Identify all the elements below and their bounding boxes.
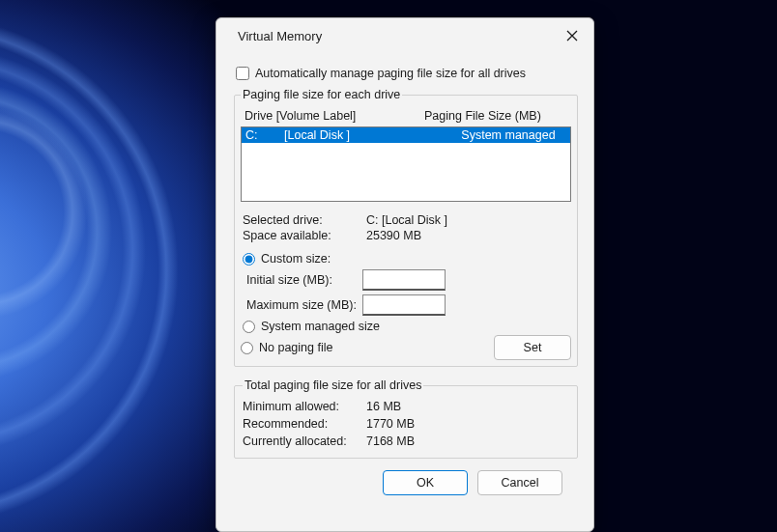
totals-fieldset: Total paging file size for all drives Mi…	[234, 378, 578, 459]
virtual-memory-dialog: Virtual Memory Automatically manage pagi…	[216, 17, 594, 532]
drive-letter: C:	[245, 128, 284, 142]
drive-row[interactable]: C: [Local Disk ] System managed	[242, 127, 570, 143]
selected-drive-info: Selected drive: C: [Local Disk ] Space a…	[243, 213, 569, 242]
dialog-content: Automatically manage paging file size fo…	[216, 53, 593, 531]
minimum-allowed-value: 16 MB	[366, 400, 569, 413]
auto-manage-checkbox-row[interactable]: Automatically manage paging file size fo…	[236, 67, 578, 80]
set-button[interactable]: Set	[494, 335, 571, 360]
currently-allocated-value: 7168 MB	[366, 434, 569, 448]
initial-size-input[interactable]	[362, 269, 446, 291]
dialog-footer: OK Cancel	[234, 459, 578, 495]
system-managed-radio[interactable]	[243, 321, 255, 333]
close-icon	[566, 30, 578, 42]
auto-manage-label: Automatically manage paging file size fo…	[255, 67, 526, 80]
recommended-value: 1770 MB	[366, 417, 569, 431]
auto-manage-checkbox[interactable]	[236, 67, 249, 80]
custom-size-radio[interactable]	[243, 253, 255, 266]
drive-list[interactable]: C: [Local Disk ] System managed	[241, 126, 571, 202]
no-paging-label: No paging file	[259, 341, 332, 354]
custom-size-inputs: Initial size (MB): Maximum size (MB):	[246, 269, 571, 316]
close-button[interactable]	[564, 28, 580, 43]
drive-legend: Paging file size for each drive	[241, 88, 402, 101]
currently-allocated-label: Currently allocated:	[243, 434, 366, 448]
cancel-button[interactable]: Cancel	[477, 470, 562, 495]
window-title: Virtual Memory	[238, 29, 322, 43]
totals-legend: Total paging file size for all drives	[243, 378, 423, 392]
ok-button[interactable]: OK	[383, 470, 468, 495]
drive-fieldset: Paging file size for each drive Drive [V…	[234, 88, 578, 367]
custom-size-radio-row[interactable]: Custom size:	[243, 252, 569, 266]
selected-drive-label: Selected drive:	[243, 213, 366, 227]
drive-list-header: Drive [Volume Label] Paging File Size (M…	[241, 107, 571, 125]
selected-drive-value: C: [Local Disk ]	[366, 213, 569, 227]
drive-volume-label: [Local Disk ]	[284, 128, 450, 142]
header-size: Paging File Size (MB)	[424, 109, 541, 123]
no-paging-radio[interactable]	[241, 342, 253, 354]
system-managed-label: System managed size	[261, 320, 380, 333]
maximum-size-label: Maximum size (MB):	[246, 298, 362, 312]
titlebar: Virtual Memory	[216, 18, 593, 53]
drive-paging-size: System managed	[450, 128, 566, 142]
space-available-value: 25390 MB	[366, 229, 569, 242]
space-available-label: Space available:	[243, 229, 366, 242]
no-paging-radio-row[interactable]: No paging file	[241, 341, 332, 354]
initial-size-label: Initial size (MB):	[246, 273, 362, 287]
custom-size-label: Custom size:	[261, 252, 331, 266]
minimum-allowed-label: Minimum allowed:	[243, 400, 366, 413]
recommended-label: Recommended:	[243, 417, 366, 431]
maximum-size-input[interactable]	[362, 294, 446, 316]
system-managed-radio-row[interactable]: System managed size	[243, 320, 569, 333]
header-drive: Drive [Volume Label]	[245, 109, 424, 123]
